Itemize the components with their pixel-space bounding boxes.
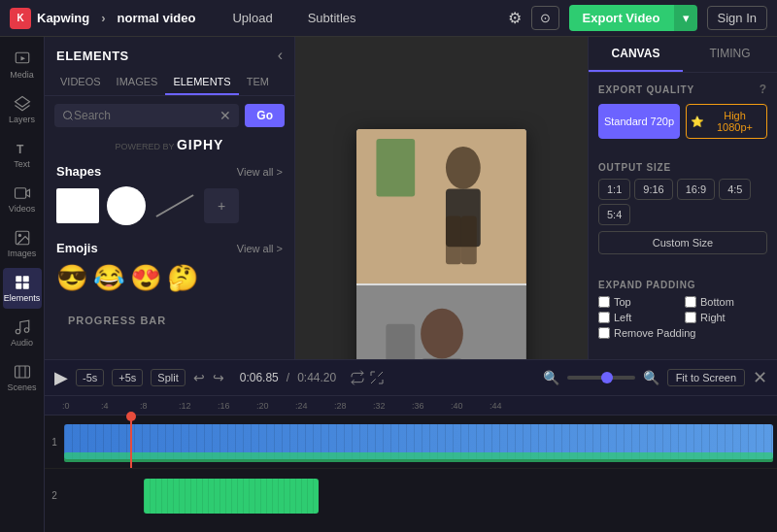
output-size-section: OUTPUT SIZE 1:1 9:16 16:9 4:5 5:4 Custom… <box>589 152 777 270</box>
right-label: Right <box>700 312 726 323</box>
size-1-1[interactable]: 1:1 <box>598 179 630 200</box>
emojis-view-all[interactable]: View all > <box>237 243 283 254</box>
emoji-think[interactable]: 🤔 <box>167 263 198 293</box>
emoji-laugh[interactable]: 😂 <box>93 263 124 293</box>
tab-videos[interactable]: VIDEOS <box>52 70 109 95</box>
progress-bar-label: PROGRESS BAR <box>56 309 178 332</box>
playhead-head <box>126 412 136 421</box>
custom-size-button[interactable]: Custom Size <box>598 231 767 254</box>
close-timeline-button[interactable]: ✕ <box>753 367 767 388</box>
skip-back-button[interactable]: -5s <box>76 369 104 386</box>
remove-padding[interactable]: Remove Padding <box>598 327 767 339</box>
track-1-content[interactable] <box>64 421 777 462</box>
svg-rect-24 <box>376 139 415 197</box>
svg-marker-1 <box>20 56 25 61</box>
quality-high-button[interactable]: ⭐ High 1080p+ <box>686 104 767 139</box>
size-9-16[interactable]: 9:16 <box>634 179 672 200</box>
search-box: ✕ <box>54 104 239 127</box>
zoom-slider[interactable] <box>567 376 635 380</box>
sidebar-item-videos[interactable]: Videos <box>3 179 42 219</box>
size-4-5[interactable]: 4:5 <box>719 179 751 200</box>
go-button[interactable]: Go <box>245 104 285 127</box>
redo-button[interactable]: ↪ <box>213 370 224 385</box>
videos-icon <box>14 184 31 202</box>
left-checkbox[interactable] <box>598 312 610 323</box>
sidebar-item-layers[interactable]: Layers <box>3 89 42 130</box>
loop-icon[interactable] <box>350 370 365 385</box>
svg-rect-9 <box>22 276 28 282</box>
shape-more[interactable]: + <box>204 188 239 223</box>
crop-icon[interactable] <box>369 370 385 385</box>
top-checkbox[interactable] <box>598 296 610 308</box>
output-size-label: OUTPUT SIZE <box>598 162 767 173</box>
emoji-heart[interactable]: 😍 <box>130 263 161 293</box>
fit-screen-button[interactable]: Fit to Screen <box>667 369 745 386</box>
shape-line[interactable] <box>153 188 196 223</box>
svg-line-30 <box>379 372 384 377</box>
shapes-view-all[interactable]: View all > <box>237 166 283 178</box>
tab-images[interactable]: IMAGES <box>109 70 166 95</box>
quality-standard-button[interactable]: Standard 720p <box>598 104 680 139</box>
sidebar-item-images[interactable]: Images <box>3 223 42 264</box>
right-checkbox[interactable] <box>685 312 696 323</box>
sidebar-item-text[interactable]: T Text <box>3 134 42 175</box>
settings-button[interactable]: ⚙ <box>508 9 522 27</box>
ruler-mark: :44 <box>490 401 528 411</box>
tab-tem[interactable]: TEM <box>239 70 277 95</box>
upload-button[interactable]: Upload <box>224 7 280 29</box>
search-clear-button[interactable]: ✕ <box>220 108 231 123</box>
export-button[interactable]: Export Video <box>569 5 674 31</box>
skip-fwd-button[interactable]: +5s <box>112 369 143 386</box>
expand-top[interactable]: Top <box>598 296 681 308</box>
track-2-bar[interactable] <box>144 479 319 514</box>
emojis-title: Emojis <box>56 241 98 255</box>
play-button[interactable]: ▶ <box>54 367 68 388</box>
export-quality-label: EXPORT QUALITY <box>598 84 694 95</box>
expand-right[interactable]: Right <box>685 312 767 323</box>
sidebar-item-media[interactable]: Media <box>3 45 42 85</box>
shape-circle[interactable] <box>107 186 146 225</box>
export-dropdown-button[interactable]: ▾ <box>674 5 697 31</box>
emojis-header: Emojis View all > <box>45 235 294 259</box>
ruler-mark: :16 <box>218 401 256 411</box>
share-button[interactable]: ⊙ <box>531 6 559 30</box>
sidebar-item-audio[interactable]: Audio <box>3 313 42 353</box>
track-2-content[interactable] <box>64 476 777 516</box>
split-button[interactable]: Split <box>151 369 185 386</box>
expand-bottom[interactable]: Bottom <box>685 296 767 308</box>
export-btn-group: Export Video ▾ <box>569 5 697 31</box>
bottom-checkbox[interactable] <box>685 296 696 308</box>
emoji-cool[interactable]: 😎 <box>56 263 87 293</box>
panel-close-button[interactable]: ‹ <box>278 47 283 64</box>
ruler-mark: :8 <box>140 401 179 411</box>
signin-button[interactable]: Sign In <box>707 6 767 30</box>
size-5-4[interactable]: 5:4 <box>598 204 630 225</box>
powered-by-text: POWERED BY <box>116 142 175 151</box>
track-2-label: 2 <box>45 490 64 501</box>
elements-icon <box>14 274 31 291</box>
search-input[interactable] <box>74 109 220 122</box>
video-top-clip <box>356 129 526 283</box>
svg-point-13 <box>24 328 29 333</box>
track-1-waveform <box>64 452 773 462</box>
zoom-out-button[interactable]: 🔍 <box>543 370 559 385</box>
export-quality-section: EXPORT QUALITY ? Standard 720p ⭐ High 10… <box>589 73 777 152</box>
remove-padding-checkbox[interactable] <box>598 327 610 339</box>
sidebar-layers-label: Layers <box>9 115 35 124</box>
size-16-9[interactable]: 16:9 <box>677 179 715 200</box>
help-icon[interactable]: ? <box>760 83 767 96</box>
ruler-mark: :12 <box>179 401 218 411</box>
right-panel-tabs: CANVAS TIMING <box>589 37 777 73</box>
sidebar-item-elements[interactable]: Elements <box>3 268 42 309</box>
sidebar-item-scenes[interactable]: Scenes <box>3 357 42 398</box>
rp-tab-timing[interactable]: TIMING <box>683 37 777 72</box>
undo-button[interactable]: ↩ <box>193 370 205 385</box>
tab-elements[interactable]: ELEMENTS <box>165 70 238 95</box>
shape-rectangle[interactable] <box>56 188 99 223</box>
expand-left[interactable]: Left <box>598 312 681 323</box>
topbar-right: ⚙ ⊙ Export Video ▾ Sign In <box>508 5 767 31</box>
rp-tab-canvas[interactable]: CANVAS <box>589 37 683 72</box>
zoom-in-button[interactable]: 🔍 <box>643 370 659 385</box>
subtitles-button[interactable]: Subtitles <box>300 7 364 29</box>
expand-padding-section: EXPAND PADDING Top Bottom Left Right <box>589 270 777 354</box>
